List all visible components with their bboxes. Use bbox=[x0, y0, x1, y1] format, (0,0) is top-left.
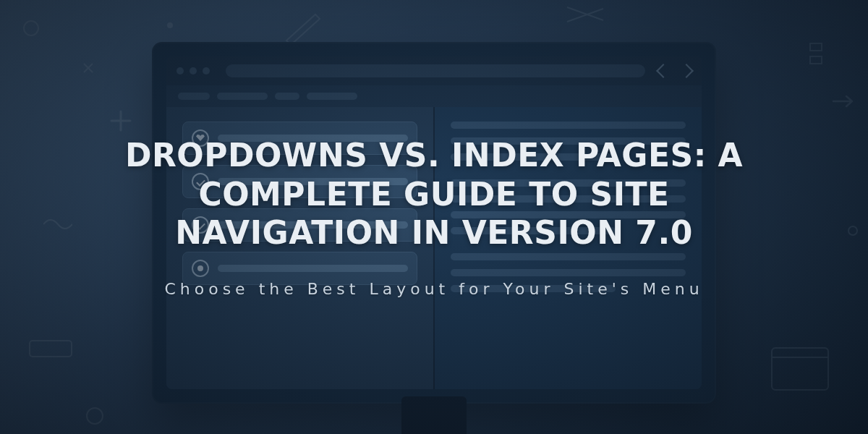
hero-banner: DROPDOWNS VS. INDEX PAGES: A COMPLETE GU… bbox=[0, 0, 868, 434]
hero-title: DROPDOWNS VS. INDEX PAGES: A COMPLETE GU… bbox=[101, 136, 767, 252]
hero-copy: DROPDOWNS VS. INDEX PAGES: A COMPLETE GU… bbox=[0, 0, 868, 434]
hero-subtitle: Choose the Best Layout for Your Site's M… bbox=[164, 280, 703, 298]
